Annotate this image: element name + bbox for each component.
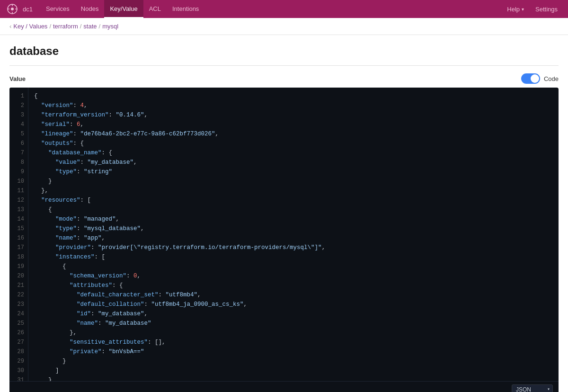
code-line-29: } — [34, 356, 553, 366]
code-line-13: { — [34, 205, 553, 214]
code-line-26: }, — [34, 328, 553, 338]
code-content[interactable]: 1 2 3 4 5 6 7 8 9 10 11 12 13 14 15 16 1… — [9, 88, 559, 381]
code-line-20: "schema_version": 0, — [34, 271, 553, 281]
app-logo — [6, 2, 19, 16]
value-label: Value — [9, 75, 26, 82]
svg-point-1 — [11, 8, 14, 10]
breadcrumb-terraform[interactable]: terraform — [53, 23, 78, 30]
dc-label: dc1 — [23, 6, 33, 13]
code-line-24: "id": "my_database", — [34, 309, 553, 319]
breadcrumb: ‹ Key / Values / terraform / state / mys… — [0, 18, 568, 35]
code-toggle-label: Code — [544, 75, 559, 82]
settings-button[interactable]: Settings — [531, 0, 562, 18]
code-line-25: "name": "my_database" — [34, 319, 553, 328]
breadcrumb-keyvalues[interactable]: Key / Values — [13, 23, 47, 30]
code-line-5: "lineage": "de76b4a6-2bc2-e77c-9a86-c62b… — [34, 129, 553, 139]
code-line-30: ] — [34, 366, 553, 375]
code-line-31: } — [34, 375, 553, 381]
code-line-3: "terraform_version": "0.14.6", — [34, 110, 553, 120]
code-line-10: } — [34, 177, 553, 186]
code-line-15: "type": "mysql_database", — [34, 224, 553, 233]
nav-keyvalue[interactable]: Key/Value — [104, 0, 143, 18]
help-button[interactable]: Help ▾ — [502, 0, 529, 18]
code-line-12: "resources": [ — [34, 196, 553, 205]
navbar-right: Help ▾ Settings — [502, 0, 562, 18]
code-line-21: "attributes": { — [34, 281, 553, 290]
code-line-28: "private": "bnVsbA==" — [34, 347, 553, 356]
code-line-23: "default_collation": "utf8mb4_ja_0900_as… — [34, 300, 553, 309]
chevron-down-icon: ▾ — [522, 7, 524, 12]
code-line-19: { — [34, 262, 553, 271]
code-line-4: "serial": 6, — [34, 120, 553, 129]
code-editor: 1 2 3 4 5 6 7 8 9 10 11 12 13 14 15 16 1… — [9, 88, 559, 392]
code-line-1: { — [34, 91, 553, 101]
code-toggle: Code — [521, 73, 559, 84]
code-line-17: "provider": "provider[\"registry.terrafo… — [34, 243, 553, 252]
page-title: database — [9, 45, 559, 66]
code-line-7: "database_name": { — [34, 148, 553, 158]
breadcrumb-state[interactable]: state — [83, 23, 97, 30]
navbar: dc1 Services Nodes Key/Value ACL Intenti… — [0, 0, 568, 18]
editor-footer: JSON YAML Plain Text ▾ — [9, 381, 559, 392]
value-header: Value Code — [9, 73, 559, 84]
code-line-14: "mode": "managed", — [34, 214, 553, 224]
code-line-18: "instances": [ — [34, 252, 553, 262]
code-line-9: "type": "string" — [34, 167, 553, 177]
format-select[interactable]: JSON YAML Plain Text — [512, 384, 553, 392]
code-line-16: "name": "app", — [34, 233, 553, 243]
code-lines: { "version": 4, "terraform_version": "0.… — [28, 88, 559, 381]
main-content: database Value Code 1 2 3 4 5 6 7 8 9 10… — [0, 35, 568, 392]
nav-nodes[interactable]: Nodes — [75, 0, 105, 18]
nav-acl[interactable]: ACL — [143, 0, 167, 18]
breadcrumb-arrow: ‹ — [9, 23, 11, 30]
code-line-2: "version": 4, — [34, 101, 553, 110]
code-line-11: }, — [34, 186, 553, 196]
code-line-22: "default_character_set": "utf8mb4", — [34, 290, 553, 300]
breadcrumb-mysql[interactable]: mysql — [102, 23, 118, 30]
line-numbers: 1 2 3 4 5 6 7 8 9 10 11 12 13 14 15 16 1… — [9, 88, 28, 381]
format-select-wrapper[interactable]: JSON YAML Plain Text ▾ — [512, 384, 553, 392]
code-line-8: "value": "my_database", — [34, 158, 553, 167]
nav-services[interactable]: Services — [40, 0, 75, 18]
nav-intentions[interactable]: Intentions — [167, 0, 204, 18]
code-toggle-switch[interactable] — [521, 73, 540, 84]
code-line-6: "outputs": { — [34, 139, 553, 148]
code-line-27: "sensitive_attributes": [], — [34, 338, 553, 347]
